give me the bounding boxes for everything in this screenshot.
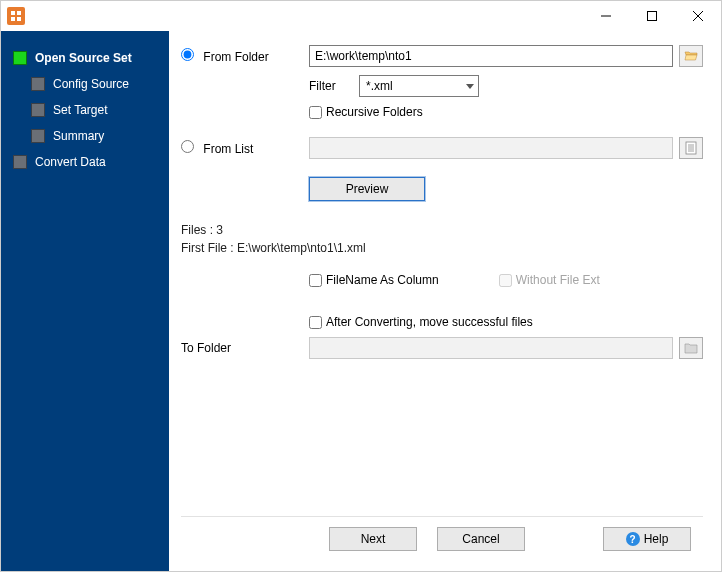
filename-as-column-checkbox-label[interactable]: FileName As Column	[309, 273, 439, 287]
from-list-row: From List	[181, 137, 703, 159]
filter-label: Filter	[309, 79, 353, 93]
svg-rect-3	[17, 17, 21, 21]
window-controls	[583, 1, 721, 31]
next-button-label: Next	[361, 532, 386, 546]
help-button[interactable]: ? Help	[603, 527, 691, 551]
nav-label: Set Target	[53, 103, 107, 117]
help-button-label: Help	[644, 532, 669, 546]
from-list-radio-label[interactable]: From List	[181, 140, 253, 156]
chevron-down-icon	[466, 84, 474, 89]
svg-rect-2	[11, 17, 15, 21]
app-icon	[7, 7, 25, 25]
from-list-input	[309, 137, 673, 159]
step-icon	[31, 103, 45, 117]
titlebar	[1, 1, 721, 31]
filename-column-row: FileName As Column Without File Ext	[181, 273, 703, 287]
step-icon	[31, 129, 45, 143]
folder-open-icon	[684, 49, 698, 63]
filename-as-column-checkbox[interactable]	[309, 274, 322, 287]
body: Open Source Set Config Source Set Target…	[1, 31, 721, 571]
cancel-button-label: Cancel	[462, 532, 499, 546]
step-active-icon	[13, 51, 27, 65]
from-folder-input[interactable]	[309, 45, 673, 67]
nav-label: Convert Data	[35, 155, 106, 169]
nav-summary[interactable]: Summary	[1, 123, 169, 149]
wizard-window: Open Source Set Config Source Set Target…	[0, 0, 722, 572]
nav-label: Summary	[53, 129, 104, 143]
cancel-button[interactable]: Cancel	[437, 527, 525, 551]
browse-folder-button[interactable]	[679, 45, 703, 67]
after-converting-label: After Converting, move successful files	[326, 315, 533, 329]
to-folder-label: To Folder	[181, 341, 231, 355]
from-folder-label: From Folder	[203, 50, 268, 64]
nav-label: Open Source Set	[35, 51, 132, 65]
sidebar: Open Source Set Config Source Set Target…	[1, 31, 169, 571]
preview-button[interactable]: Preview	[309, 177, 425, 201]
folder-icon	[684, 341, 698, 355]
svg-rect-8	[686, 142, 696, 154]
content-panel: From Folder Filter *	[169, 31, 721, 571]
browse-to-folder-button[interactable]	[679, 337, 703, 359]
recursive-row: Recursive Folders	[181, 105, 703, 119]
step-icon	[13, 155, 27, 169]
preview-row: Preview	[181, 177, 703, 201]
from-list-radio[interactable]	[181, 140, 194, 153]
from-folder-row: From Folder	[181, 45, 703, 67]
form-area: From Folder Filter *	[181, 45, 703, 516]
preview-button-label: Preview	[346, 182, 389, 196]
minimize-button[interactable]	[583, 1, 629, 31]
list-file-icon	[684, 141, 698, 155]
nav-convert-data[interactable]: Convert Data	[1, 149, 169, 175]
filter-row: Filter *.xml	[181, 75, 703, 97]
recursive-label: Recursive Folders	[326, 105, 423, 119]
nav-config-source[interactable]: Config Source	[1, 71, 169, 97]
close-button[interactable]	[675, 1, 721, 31]
recursive-checkbox[interactable]	[309, 106, 322, 119]
help-icon: ?	[626, 532, 640, 546]
filename-as-column-label: FileName As Column	[326, 273, 439, 287]
svg-rect-5	[648, 12, 657, 21]
after-converting-checkbox-label[interactable]: After Converting, move successful files	[309, 315, 533, 329]
browse-list-button[interactable]	[679, 137, 703, 159]
to-folder-row: To Folder	[181, 337, 703, 359]
filter-value: *.xml	[366, 79, 393, 93]
from-folder-radio-label[interactable]: From Folder	[181, 48, 269, 64]
maximize-button[interactable]	[629, 1, 675, 31]
nav-label: Config Source	[53, 77, 129, 91]
after-converting-row: After Converting, move successful files	[181, 315, 703, 329]
from-folder-radio[interactable]	[181, 48, 194, 61]
filter-combo[interactable]: *.xml	[359, 75, 479, 97]
to-folder-input	[309, 337, 673, 359]
after-converting-checkbox[interactable]	[309, 316, 322, 329]
nav-set-target[interactable]: Set Target	[1, 97, 169, 123]
step-icon	[31, 77, 45, 91]
footer: Next Cancel ? Help	[181, 516, 703, 561]
without-file-ext-label: Without File Ext	[516, 273, 600, 287]
files-count: Files : 3	[181, 223, 703, 237]
next-button[interactable]: Next	[329, 527, 417, 551]
svg-rect-0	[11, 11, 15, 15]
without-file-ext-checkbox	[499, 274, 512, 287]
first-file: First File : E:\work\temp\nto1\1.xml	[181, 241, 703, 255]
from-list-label: From List	[203, 142, 253, 156]
without-file-ext-checkbox-label: Without File Ext	[499, 273, 600, 287]
recursive-checkbox-label[interactable]: Recursive Folders	[309, 105, 423, 119]
svg-rect-1	[17, 11, 21, 15]
nav-open-source-set[interactable]: Open Source Set	[1, 45, 169, 71]
